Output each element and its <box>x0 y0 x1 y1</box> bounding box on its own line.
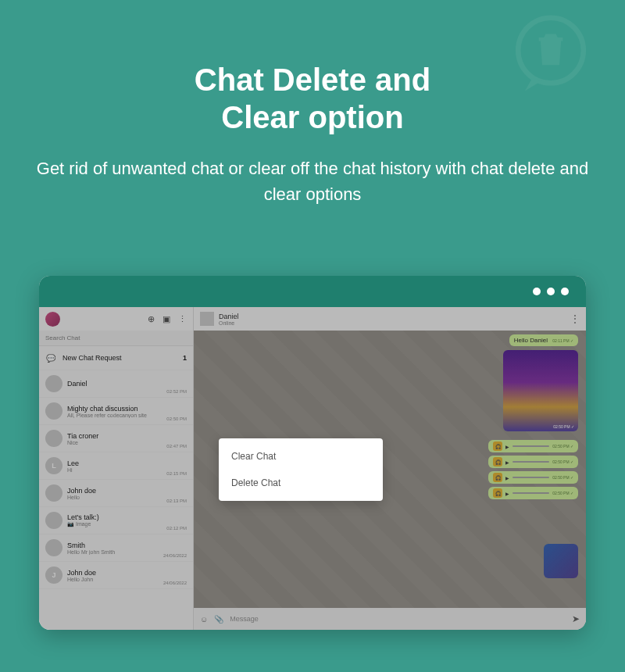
window-dot <box>547 288 555 295</box>
window-controls[interactable] <box>533 288 569 295</box>
window-titlebar <box>39 276 586 307</box>
delete-chat-button[interactable]: Delete Chat <box>219 470 383 496</box>
app-frame: ⊕ ▣ ⋮ Search Chat 💬 New Chat Request 1 D… <box>39 307 586 630</box>
app-window: ⊕ ▣ ⋮ Search Chat 💬 New Chat Request 1 D… <box>39 276 586 630</box>
page-subtitle: Get rid of unwanted chat or clear off th… <box>0 155 625 207</box>
trash-bubble-icon <box>508 12 594 101</box>
context-menu: Clear Chat Delete Chat <box>219 438 383 501</box>
clear-chat-button[interactable]: Clear Chat <box>219 443 383 470</box>
window-dot <box>533 288 541 295</box>
window-dot <box>561 288 569 295</box>
